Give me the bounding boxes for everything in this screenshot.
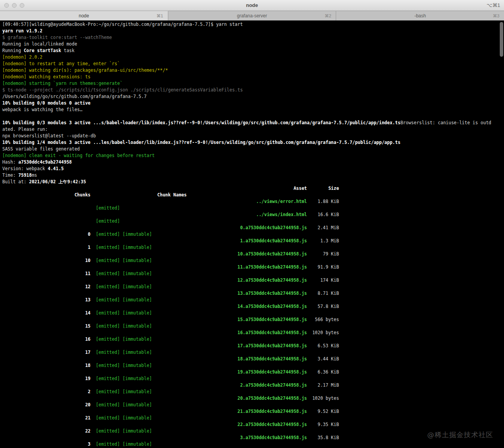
terminal-line: $ grafana-toolkit core:start --watchThem… xyxy=(2,34,504,41)
terminal-line: [nodemon] clean exit - waiting for chang… xyxy=(2,152,504,159)
tab-shortcut: ⌘2 xyxy=(325,14,331,19)
terminal-line: 17.a7530ddc4c9ab2744958.js 6.53 KiB xyxy=(2,343,504,349)
terminal-line: [nodemon] to restart at any time, enter … xyxy=(2,61,504,67)
terminal-line: 17 [emitted] [immutable] xyxy=(2,349,504,356)
terminal-line: 11.a7530ddc4c9ab2744958.js 91.9 KiB xyxy=(2,264,504,270)
terminal-line: 0 [emitted] [immutable] xyxy=(2,231,504,238)
terminal-line: 13.a7530ddc4c9ab2744958.js 8.71 KiB xyxy=(2,290,504,297)
terminal-line: yarn run v1.9.2 xyxy=(2,28,504,34)
terminal-line: [emitted] xyxy=(2,205,504,211)
terminal-line: [nodemon] watching dir(s): packages/graf… xyxy=(2,67,504,74)
terminal-line: $ ts-node --project ./scripts/cli/tsconf… xyxy=(2,87,504,93)
terminal-line: 16 [emitted] [immutable] xyxy=(2,336,504,343)
terminal-line: 18 [emitted] [immutable] xyxy=(2,362,504,369)
tab-grafana-server[interactable]: grafana-server ⌘2 xyxy=(168,11,337,20)
terminal-line: 19.a7530ddc4c9ab2744958.js 6.36 KiB xyxy=(2,369,504,375)
terminal-line xyxy=(2,113,504,120)
terminal-line: 15 [emitted] [immutable] xyxy=(2,323,504,330)
terminal-line: 15.a7530ddc4c9ab2744958.js 566 bytes xyxy=(2,316,504,323)
terminal-line: [emitted] xyxy=(2,218,504,225)
tab-label: grafana-server xyxy=(237,13,267,19)
terminal-line: ../views/index.html 16.6 KiB xyxy=(2,211,504,218)
terminal-line: 20 [emitted] [immutable] xyxy=(2,402,504,408)
terminal-line: [nodemon] 2.0.2 xyxy=(2,54,504,61)
terminal-line: 2 [emitted] [immutable] xyxy=(2,389,504,395)
terminal-line: ated. Please run: xyxy=(2,126,504,133)
terminal-line: 1.a7530ddc4c9ab2744958.js 1.3 MiB xyxy=(2,238,504,244)
tab-label: node xyxy=(79,13,89,19)
terminal-line: 13 [emitted] [immutable] xyxy=(2,297,504,303)
terminal-line: Hash: a7530ddc4c9ab2744958 xyxy=(2,159,504,166)
terminal-line: 18.a7530ddc4c9ab2744958.js 3.44 KiB xyxy=(2,356,504,362)
terminal-line: [nodemon] watching extensions: ts xyxy=(2,74,504,80)
terminal-line: ../views/error.html 1.88 KiB xyxy=(2,198,504,205)
terminal-line: npx browserslist@latest --update-db xyxy=(2,133,504,139)
terminal-line: 1 [emitted] [immutable] xyxy=(2,244,504,251)
tab-label: -bash xyxy=(414,13,426,19)
scrollbar-thumb[interactable] xyxy=(500,22,503,57)
terminal-line: webpack is watching the files… xyxy=(2,107,504,113)
terminal-line: [nodemon] starting `yarn run themes:gene… xyxy=(2,80,504,87)
tab-bash[interactable]: -bash ⌘3 xyxy=(336,11,504,20)
terminal-line: Time: 75918ms xyxy=(2,172,504,179)
terminal-line: Built at: 2021/06/02 上午9:42:35 xyxy=(2,179,504,185)
terminal-line: 14 [emitted] [immutable] xyxy=(2,310,504,316)
terminal-line: 21 [emitted] [immutable] xyxy=(2,415,504,421)
terminal-line: Chunks Chunk Names xyxy=(2,192,504,198)
terminal-line: Version: webpack 4.41.5 xyxy=(2,166,504,172)
terminal-line: 12.a7530ddc4c9ab2744958.js 174 KiB xyxy=(2,277,504,284)
terminal-line: 20.a7530ddc4c9ab2744958.js 1020 bytes xyxy=(2,395,504,402)
window-title: node xyxy=(0,2,504,8)
window-shortcut: ⌥⌘1 xyxy=(487,0,500,11)
terminal-line: Running Core startTask task xyxy=(2,47,504,54)
watermark: @稀土掘金技术社区 xyxy=(427,431,493,438)
terminal-line: 14.a7530ddc4c9ab2744958.js 57.8 KiB xyxy=(2,303,504,310)
terminal-line: [09:40:57][wilding@ayudeMacBook-Pro:~/go… xyxy=(2,21,504,28)
terminal-output[interactable]: @稀土掘金技术社区 [09:40:57][wilding@ayudeMacBoo… xyxy=(0,20,504,448)
terminal-window: node ⌥⌘1 node ⌘1 grafana-server ⌘2 -bash… xyxy=(0,0,504,448)
tab-bar: node ⌘1 grafana-server ⌘2 -bash ⌘3 xyxy=(0,11,504,20)
terminal-line: Asset Size xyxy=(2,185,504,192)
terminal-line: 12 [emitted] [immutable] xyxy=(2,284,504,290)
terminal-line: /Users/wilding/go/src/github.com/grafana… xyxy=(2,93,504,100)
tab-node[interactable]: node ⌘1 xyxy=(0,11,168,20)
terminal-line: 22.a7530ddc4c9ab2744958.js 9.35 KiB xyxy=(2,421,504,428)
terminal-line: 19 [emitted] [immutable] xyxy=(2,375,504,382)
terminal-line: 21.a7530ddc4c9ab2744958.js 9.52 KiB xyxy=(2,408,504,415)
terminal-line: 10 [emitted] [immutable] xyxy=(2,257,504,264)
tab-shortcut: ⌘1 xyxy=(157,14,163,19)
terminal-line: 11 [emitted] [immutable] xyxy=(2,270,504,277)
terminal-line: 2.a7530ddc4c9ab2744958.js 2.17 MiB xyxy=(2,382,504,389)
tab-shortcut: ⌘3 xyxy=(493,14,499,19)
terminal-line: 0.a7530ddc4c9ab2744958.js 2.41 MiB xyxy=(2,225,504,231)
terminal-line: 10% building 0/0 modules 0 active xyxy=(2,100,504,107)
title-bar[interactable]: node ⌥⌘1 xyxy=(0,0,504,11)
terminal-line: SASS variable files generated xyxy=(2,146,504,152)
terminal-line: 10% building 1/4 modules 3 active ...les… xyxy=(2,139,504,146)
terminal-line: 10.a7530ddc4c9ab2744958.js 79 KiB xyxy=(2,251,504,257)
terminal-line: 3 [emitted] [immutable] xyxy=(2,441,504,448)
terminal-line: Running in local/linked mode xyxy=(2,41,504,47)
terminal-line: 16.a7530ddc4c9ab2744958.js 1020 bytes xyxy=(2,330,504,336)
terminal-line: 10% building 0/3 modules 3 active ...s/b… xyxy=(2,120,504,126)
